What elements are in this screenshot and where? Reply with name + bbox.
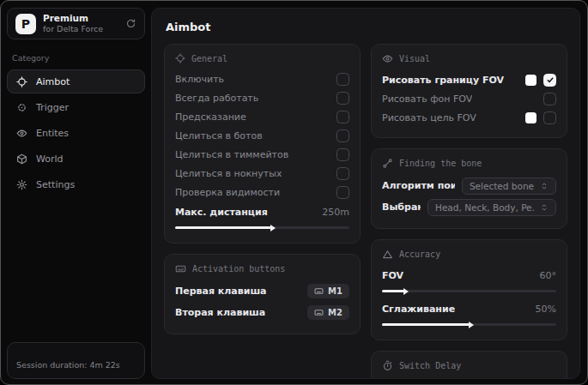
checkbox-always-on[interactable] [336,92,349,105]
keybind-m2-button[interactable]: M2 [307,305,349,320]
category-label: Category [12,53,140,63]
select-selected-bones[interactable]: Head, Neck, Body, Pe.. [427,199,556,216]
sidebar-spacer [7,198,145,342]
slider-label: Сглаживание [382,304,455,315]
slider-value: 250m [322,207,349,218]
setting-label: Проверка видимости [175,187,280,198]
panel-title-text: Visual [399,54,430,63]
checkbox-draw-fov-border[interactable] [543,74,556,87]
select-label: Алгоритм поиска кост [382,180,455,191]
setting-label: Рисовать границу FOV [382,75,504,86]
refresh-icon[interactable] [125,18,136,29]
checkmark-icon [546,75,555,84]
select-bone-algorithm[interactable]: Selected bone [462,177,556,195]
unfold-icon [540,203,549,212]
premium-subtitle: for Delta Force [43,24,118,34]
checkbox-draw-fov-background[interactable] [543,93,556,105]
row-controls [525,74,556,87]
panel-title-text: General [191,54,227,63]
slider-smoothing-block: Сглаживание 50% [382,299,556,326]
panel-switch-delay-title: Switch Delay [382,360,556,371]
keybind-label: Вторая клавиша [175,307,265,318]
panel-general-title: General [175,53,349,63]
session-card: Session duration: 4m 22s [7,342,145,379]
checkbox-draw-fov-target[interactable] [543,111,556,124]
panel-activation-title: Activation buttons [175,263,349,274]
keybind-value: M1 [328,286,342,296]
setting-label: Рисовать фон FOV [382,93,472,105]
panel-title-text: Switch Delay [399,361,461,370]
left-column: General Включить Всегда работать Предска… [164,44,361,368]
app-logo: P [15,14,36,34]
select-label: Выбранные кос [382,202,421,213]
checkbox-target-knocked[interactable] [336,167,349,180]
cube-icon [16,153,27,165]
gear-icon [16,179,27,190]
panel-finding-bone: Finding the bone Алгоритм поиска кост Se… [371,148,567,229]
keybind-label: Первая клавиша [175,286,267,297]
panel-columns: General Включить Всегда работать Предска… [164,44,567,368]
page-title: Aimbot [166,21,567,33]
sidebar-item-label: World [36,153,64,165]
setting-label: Рисовать цель FOV [382,112,476,123]
sidebar-item-settings[interactable]: Settings [7,172,145,196]
slider-max-distance-block: Макс. дистанция 250m [175,202,349,229]
keybind-value: M2 [328,308,342,317]
select-value: Head, Neck, Body, Pe.. [435,202,534,213]
eye-icon [382,53,393,64]
checkbox-target-bots[interactable] [336,129,349,142]
slider-label: FOV [382,270,403,281]
right-column: Visual Рисовать границу FOV Рисовать фон… [371,44,567,368]
row-controls [525,111,556,124]
slider-max-distance[interactable] [175,226,349,229]
keyboard-icon [314,308,324,317]
session-duration: Session duration: 4m 22s [16,360,120,370]
color-swatch-fov-target[interactable] [525,112,536,123]
slider-fill [382,290,404,292]
panel-bone-title: Finding the bone [382,158,556,169]
panel-general: General Включить Всегда работать Предска… [164,44,361,244]
slider-smoothing[interactable] [382,323,556,326]
slider-value: 60° [540,270,557,281]
sidebar-nav: Aimbot Trigger Entites [7,69,145,198]
keyboard-icon [314,286,324,296]
panel-title-text: Activation buttons [192,264,285,274]
checkbox-prediction[interactable] [336,111,349,123]
slider-fill [382,323,470,326]
crosshair-icon [16,76,27,87]
panel-visual-title: Visual [382,53,556,64]
checkbox-target-teammates[interactable] [336,148,349,161]
sidebar-item-trigger[interactable]: Trigger [7,95,145,119]
sidebar-item-label: Trigger [36,102,69,113]
sidebar-item-aimbot[interactable]: Aimbot [7,69,145,93]
sidebar-item-world[interactable]: World [7,147,145,171]
color-swatch-fov-border[interactable] [525,75,536,86]
checkbox-visibility-check[interactable] [336,186,349,199]
setting-label: Целиться в ботов [175,130,263,141]
checkbox-enable[interactable] [336,73,349,86]
premium-title: Premium [43,13,118,24]
app-window: P Premium for Delta Force Category Aimbo… [0,0,588,385]
premium-card: P Premium for Delta Force [7,8,145,39]
setting-label: Предсказание [175,111,246,123]
keybind-m1-button[interactable]: M1 [307,284,349,298]
sidebar-item-label: Settings [36,179,75,190]
sidebar-item-label: Aimbot [36,76,70,87]
setting-label: Целиться в тиммейтов [175,149,288,160]
bone-icon [382,158,393,169]
slider-fov-block: FOV 60° [382,266,556,292]
slider-value: 50% [536,304,556,315]
slider-fov[interactable] [382,290,556,292]
panel-accuracy-title: Accuracy [382,249,556,260]
panel-visual: Visual Рисовать границу FOV Рисовать фон… [371,44,567,138]
panel-title-text: Accuracy [399,250,440,259]
main-content: Aimbot General Включить Всегда работать [151,8,580,379]
unfold-icon [540,182,549,190]
sidebar: P Premium for Delta Force Category Aimbo… [1,1,151,384]
select-value: Selected bone [470,181,534,191]
sidebar-item-entites[interactable]: Entites [7,121,145,145]
stopwatch-icon [382,360,393,371]
setting-label: Включить [175,74,224,85]
panel-activation-buttons: Activation buttons Первая клавиша M1 Вто… [164,254,361,334]
keyboard-icon [175,263,186,274]
